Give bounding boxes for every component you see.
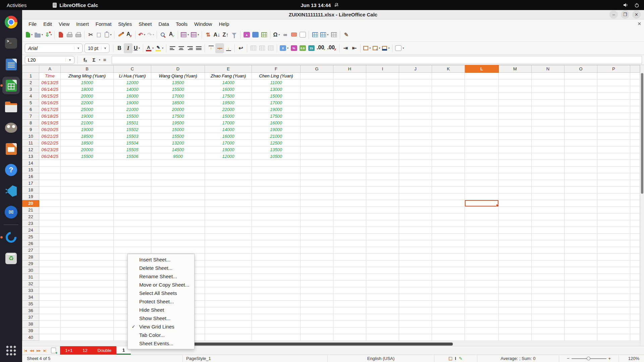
- cell-G34[interactable]: [301, 294, 333, 301]
- cell-I14[interactable]: [366, 160, 399, 167]
- restore-button[interactable]: ❐: [621, 10, 629, 19]
- cell-K21[interactable]: [432, 207, 465, 214]
- cell-L36[interactable]: [465, 307, 499, 314]
- cell-L23[interactable]: [465, 220, 499, 227]
- cell-K24[interactable]: [432, 227, 465, 234]
- cell-D3[interactable]: 15500: [151, 86, 205, 93]
- cell-M26[interactable]: [499, 240, 532, 247]
- cell-K11[interactable]: [432, 140, 465, 146]
- minimize-button[interactable]: –: [609, 10, 618, 19]
- cell-L10[interactable]: [465, 133, 499, 140]
- row-header-17[interactable]: 17: [22, 180, 39, 187]
- cell-O40[interactable]: [565, 334, 597, 341]
- open-button[interactable]: ▾: [34, 30, 44, 40]
- cell-A34[interactable]: [39, 294, 61, 301]
- cell-M12[interactable]: [499, 146, 532, 153]
- cell-E26[interactable]: [205, 240, 252, 247]
- cell-G18[interactable]: [301, 187, 333, 193]
- show-draw-functions-button[interactable]: ✎: [342, 30, 351, 40]
- cell-L26[interactable]: [465, 240, 499, 247]
- cell-G28[interactable]: [301, 254, 333, 260]
- vertical-scrollbar-thumb[interactable]: [641, 73, 643, 194]
- cell-C3[interactable]: 14000: [114, 86, 151, 93]
- cell-I31[interactable]: [366, 274, 399, 281]
- copy-button[interactable]: [95, 30, 104, 40]
- cell-I4[interactable]: [366, 93, 399, 100]
- cell-K8[interactable]: [432, 120, 465, 126]
- cell-A15[interactable]: [39, 167, 61, 173]
- cell-J34[interactable]: [399, 294, 432, 301]
- cell-E39[interactable]: [205, 327, 252, 334]
- context-menu-item-tab-color[interactable]: Tab Color...: [128, 331, 194, 339]
- cell-K13[interactable]: [432, 153, 465, 160]
- selected-cell-L20[interactable]: [465, 200, 499, 207]
- cell-A13[interactable]: 06/24/25: [39, 153, 61, 160]
- cell-N35[interactable]: [532, 301, 565, 307]
- dock-item-show-applications[interactable]: [2, 342, 20, 359]
- cell-G6[interactable]: [301, 106, 333, 113]
- cell-O31[interactable]: [565, 274, 597, 281]
- cell-O10[interactable]: [565, 133, 597, 140]
- cell-M13[interactable]: [499, 153, 532, 160]
- cell-I8[interactable]: [366, 120, 399, 126]
- name-box[interactable]: L20 ▾: [25, 56, 74, 64]
- cell-H23[interactable]: [333, 220, 366, 227]
- dropdown-arrow-icon[interactable]: ▾: [287, 47, 288, 50]
- row-header-23[interactable]: 23: [22, 220, 39, 227]
- cell-O5[interactable]: [565, 100, 597, 106]
- sheet-tab-1-1[interactable]: 1+1: [60, 346, 77, 355]
- cell-P37[interactable]: [597, 314, 630, 321]
- cell-G25[interactable]: [301, 234, 333, 240]
- cell-C19[interactable]: [114, 193, 151, 200]
- justified-button[interactable]: [194, 43, 203, 53]
- cell-B9[interactable]: 19000: [61, 126, 114, 133]
- cell-F3[interactable]: 13000: [252, 86, 301, 93]
- cell-F19[interactable]: [252, 193, 301, 200]
- dock-item-gimp[interactable]: [2, 119, 20, 136]
- cell-H2[interactable]: [333, 79, 366, 86]
- cell-P8[interactable]: [597, 120, 630, 126]
- cell-F21[interactable]: [252, 207, 301, 214]
- cell-G27[interactable]: [301, 247, 333, 254]
- cell-N9[interactable]: [532, 126, 565, 133]
- cell-L1[interactable]: [465, 73, 499, 79]
- cell-E23[interactable]: [205, 220, 252, 227]
- cell-K1[interactable]: [432, 73, 465, 79]
- align-top-button[interactable]: ↑: [207, 43, 215, 53]
- cell-I2[interactable]: [366, 79, 399, 86]
- cell-F38[interactable]: [252, 321, 301, 327]
- cell-I6[interactable]: [366, 106, 399, 113]
- cell-C14[interactable]: [114, 160, 151, 167]
- cell-I16[interactable]: [366, 173, 399, 180]
- menu-data[interactable]: Data: [155, 20, 172, 27]
- cell-F24[interactable]: [252, 227, 301, 234]
- zoom-slider[interactable]: [572, 358, 606, 359]
- dock-item-libreoffice-calc[interactable]: [2, 77, 20, 94]
- column-header-C[interactable]: C: [114, 65, 151, 73]
- cell-H12[interactable]: [333, 146, 366, 153]
- cell-E24[interactable]: [205, 227, 252, 234]
- cell-N33[interactable]: [532, 287, 565, 294]
- insert-column-button[interactable]: ▾: [190, 30, 200, 40]
- cell-O21[interactable]: [565, 207, 597, 214]
- cell-D18[interactable]: [151, 187, 205, 193]
- cell-A18[interactable]: [39, 187, 61, 193]
- cell-B5[interactable]: 22000: [61, 100, 114, 106]
- cell-D11[interactable]: 13200: [151, 140, 205, 146]
- cell-L19[interactable]: [465, 193, 499, 200]
- cell-L31[interactable]: [465, 274, 499, 281]
- cell-E27[interactable]: [205, 247, 252, 254]
- cell-I36[interactable]: [366, 307, 399, 314]
- cell-K31[interactable]: [432, 274, 465, 281]
- cell-M28[interactable]: [499, 254, 532, 260]
- cell-N11[interactable]: [532, 140, 565, 146]
- cell-M21[interactable]: [499, 207, 532, 214]
- cell-O19[interactable]: [565, 193, 597, 200]
- row-header-14[interactable]: 14: [22, 160, 39, 167]
- cell-F14[interactable]: [252, 160, 301, 167]
- cell-I23[interactable]: [366, 220, 399, 227]
- cell-J30[interactable]: [399, 267, 432, 274]
- cell-O29[interactable]: [565, 260, 597, 267]
- cell-I19[interactable]: [366, 193, 399, 200]
- cell-L34[interactable]: [465, 294, 499, 301]
